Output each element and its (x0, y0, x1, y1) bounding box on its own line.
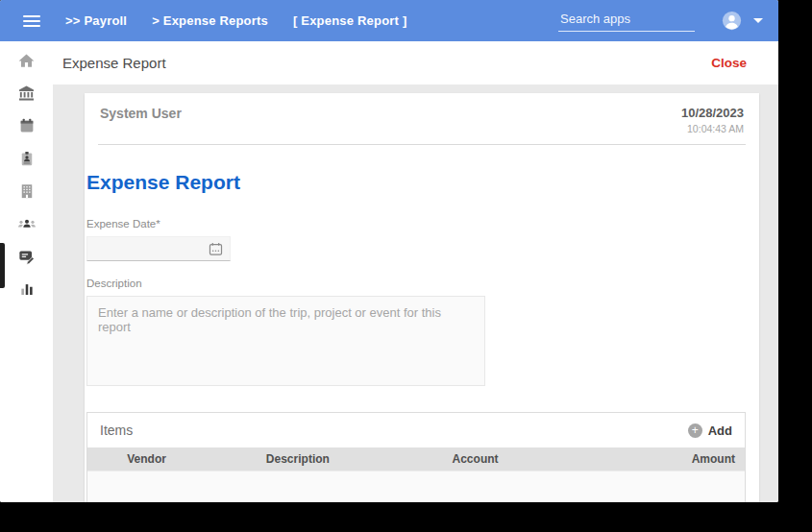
items-table-header: Vendor Description Account Amount (87, 447, 745, 471)
items-title: Items (100, 423, 133, 438)
topbar: >> Payroll > Expense Reports [ Expense R… (0, 0, 778, 41)
sidebar-item-people[interactable] (0, 207, 53, 240)
plus-icon (688, 423, 702, 438)
column-account: Account (390, 452, 561, 466)
card-header: System User 10/28/2023 10:04:43 AM (85, 93, 759, 136)
sidebar-item-employee[interactable] (0, 142, 53, 175)
sidebar-item-company[interactable] (0, 175, 53, 207)
record-time: 10:04:43 AM (681, 123, 744, 134)
column-amount: Amount (560, 452, 745, 466)
sidebar (0, 41, 53, 502)
form-area: Expense Report Expense Date* Des (85, 171, 759, 502)
expense-date-label: Expense Date* (86, 218, 759, 230)
expense-date-field (86, 236, 231, 261)
column-description: Description (206, 452, 390, 466)
bar-chart-icon (18, 280, 36, 298)
expense-report-card: System User 10/28/2023 10:04:43 AM Expen… (85, 93, 759, 502)
record-date: 10/28/2023 (681, 106, 744, 120)
add-item-label: Add (708, 423, 732, 438)
search-input[interactable] (558, 10, 695, 32)
calendar-icon (18, 117, 36, 134)
app-window: >> Payroll > Expense Reports [ Expense R… (0, 0, 778, 502)
chevron-down-icon[interactable] (753, 18, 763, 23)
breadcrumb-expense-reports[interactable]: > Expense Reports (152, 13, 268, 28)
content-area: System User 10/28/2023 10:04:43 AM Expen… (53, 85, 778, 502)
sidebar-item-expense-reports[interactable] (0, 240, 53, 273)
column-vendor: Vendor (87, 452, 206, 466)
user-avatar[interactable] (722, 11, 742, 31)
sidebar-item-bank[interactable] (0, 77, 53, 109)
home-icon (17, 52, 36, 70)
edit-note-icon (17, 248, 36, 266)
building-icon (18, 182, 36, 200)
description-label: Description (86, 278, 759, 289)
screen-background: >> Payroll > Expense Reports [ Expense R… (0, 0, 812, 532)
description-textarea[interactable] (86, 296, 485, 386)
record-datetime: 10/28/2023 10:04:43 AM (681, 106, 744, 134)
items-header: Items Add (87, 413, 745, 447)
topbar-right (558, 10, 769, 32)
record-user: System User (100, 106, 182, 121)
sidebar-item-calendar[interactable] (0, 109, 53, 142)
main-region: Expense Report Close System User 10/28/2… (53, 41, 778, 502)
add-item-button[interactable]: Add (688, 423, 732, 438)
breadcrumb-expense-report[interactable]: [ Expense Report ] (293, 13, 406, 28)
card-header-divider (98, 144, 746, 145)
person-icon (722, 11, 742, 31)
menu-icon (23, 15, 40, 17)
close-button[interactable]: Close (711, 56, 747, 70)
menu-button[interactable] (23, 15, 40, 27)
breadcrumb: >> Payroll > Expense Reports [ Expense R… (65, 13, 406, 28)
page-title: Expense Report (62, 55, 166, 71)
people-icon (17, 214, 37, 233)
sidebar-item-home[interactable] (0, 44, 53, 77)
sidebar-item-reports[interactable] (0, 273, 53, 305)
badge-icon (18, 150, 36, 167)
breadcrumb-payroll[interactable]: >> Payroll (65, 13, 127, 28)
items-table-body (87, 471, 745, 502)
calendar-picker-icon[interactable] (208, 241, 224, 257)
page-header: Expense Report Close (53, 41, 778, 85)
active-item-indicator (0, 243, 5, 288)
app-body: Expense Report Close System User 10/28/2… (0, 41, 778, 502)
bank-icon (17, 85, 36, 103)
items-panel: Items Add Vendor Description Acco (86, 412, 746, 502)
form-title: Expense Report (86, 171, 759, 194)
